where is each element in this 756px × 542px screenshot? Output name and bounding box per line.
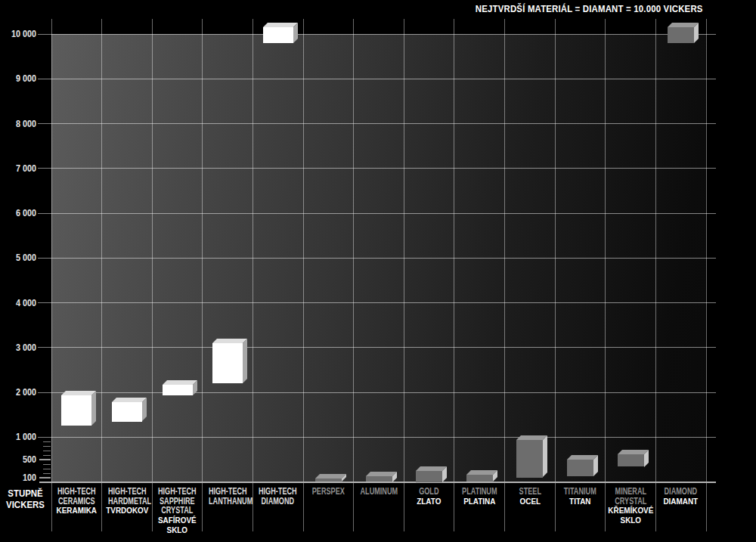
category-name-line: CRYSTAL [612, 497, 650, 506]
category-label-high-tech-sapphire-crystal: HIGH-TECHSAPPHIRECRYSTALSAFÍROVÉSKLO [152, 487, 203, 535]
bar-diamond [668, 23, 699, 43]
bar-high-tech-diamond [263, 23, 298, 43]
major-gridline [38, 79, 716, 79]
category-label-gold: GOLDZLATO [404, 487, 454, 506]
bar-gold [416, 466, 447, 482]
y-axis-tick-label: 7 000 [8, 163, 36, 175]
major-gridline [38, 302, 716, 303]
bar-high-tech-sapphire-crystal [163, 380, 197, 395]
major-gridline [38, 123, 716, 124]
column-gridline [253, 19, 253, 531]
y-axis-minor-tick [43, 451, 51, 451]
bar-mineral-crystal [618, 450, 649, 467]
category-label-high-tech-diamond: HIGH-TECHDIAMOND [253, 487, 303, 506]
column-gridline [353, 19, 354, 531]
y-axis-tick [39, 459, 51, 460]
y-axis-tick-label: 5 000 [8, 252, 36, 264]
category-name-line: PERSPEX [309, 487, 348, 497]
y-axis-tick-label: 1 000 [8, 431, 36, 443]
category-translation-line: TITAN [557, 497, 603, 506]
bar-front-face [466, 475, 493, 482]
column-gridline [454, 19, 454, 531]
major-gridline [38, 213, 716, 214]
category-translation-line: DIAMANT [658, 497, 704, 506]
category-label-high-tech-lanthanum: HIGH-TECHLANTHANUM [203, 487, 253, 506]
category-translation-line: SKLO [155, 525, 200, 535]
y-axis-tick-label: 8 000 [8, 118, 36, 130]
bar-front-face [212, 343, 243, 383]
category-label-diamond: DIAMONDDIAMANT [655, 487, 706, 506]
category-name-line: CRYSTAL [158, 506, 197, 516]
y-axis-minor-tick [43, 473, 51, 474]
category-translation-line: SKLO [608, 516, 653, 525]
bar-right-face [593, 455, 598, 476]
y-axis-title: STUPNĚ VICKERS [3, 488, 48, 510]
column-gridline [101, 19, 102, 531]
category-name-line: LANTHANUM [209, 497, 247, 506]
bar-high-tech-ceramics [61, 391, 96, 426]
category-name-line: HARDMETAL [108, 497, 147, 506]
y-axis-tick-label: 100 [8, 472, 36, 484]
bar-right-face [243, 339, 247, 383]
column-gridline [51, 19, 52, 531]
y-axis-minor-tick [43, 441, 51, 442]
bar-right-face [694, 23, 699, 43]
bar-front-face [366, 476, 392, 482]
category-translation-line: TVRDOKOV [104, 506, 150, 516]
bar-top-face [163, 380, 197, 385]
category-translation-line: ZLATO [407, 497, 452, 506]
bar-right-face [543, 435, 547, 477]
column-gridline [706, 19, 707, 531]
bar-front-face [416, 471, 442, 482]
category-label-high-tech-hardmetal: HIGH-TECHHARDMETALTVRDOKOV [102, 487, 153, 516]
y-axis-tick-label: 9 000 [8, 73, 36, 85]
y-axis-tick [39, 477, 51, 479]
bar-front-face [315, 479, 342, 482]
bar-front-face [516, 440, 543, 477]
category-name-line: CERAMICS [57, 497, 96, 506]
bar-aluminum [366, 472, 397, 482]
y-axis-tick-label: 4 000 [8, 297, 36, 309]
bar-platinum [466, 470, 497, 482]
category-label-high-tech-ceramics: HIGH-TECHCERAMICSKERAMIKA [51, 487, 102, 516]
bar-front-face [112, 402, 142, 421]
bar-front-face [61, 395, 91, 426]
category-translation-line: PLATINA [457, 497, 502, 506]
major-gridline [38, 437, 716, 438]
category-name-line: STEEL [511, 487, 550, 497]
category-translation-line: KERAMIKA [54, 506, 99, 516]
column-gridline [202, 19, 203, 531]
bar-right-face [91, 391, 96, 426]
y-axis-minor-tick [43, 469, 51, 469]
bar-perspex [315, 474, 346, 482]
major-gridline [38, 34, 716, 35]
bar-front-face [618, 454, 644, 467]
bar-titanium [567, 455, 598, 476]
bar-front-face [163, 385, 193, 395]
bar-top-face [263, 23, 298, 27]
major-gridline [38, 168, 716, 169]
bar-front-face [567, 460, 593, 476]
category-name-line: DIAMOND [662, 487, 700, 497]
column-gridline [605, 19, 606, 531]
category-translation-line: OCEL [507, 497, 553, 506]
bar-front-face [263, 27, 293, 43]
category-name-line: GOLD [410, 487, 448, 497]
y-axis-minor-tick [43, 455, 51, 456]
y-axis-tick-label: 500 [8, 454, 36, 466]
category-name-line: ALUMINUM [360, 487, 398, 497]
bar-right-face [142, 398, 147, 421]
y-axis-minor-tick [43, 446, 51, 447]
bar-front-face [668, 27, 694, 43]
y-axis-tick-label: 10 000 [8, 28, 36, 40]
category-name-line: TITANIUM [561, 487, 600, 497]
category-label-perspex: PERSPEX [303, 487, 354, 497]
y-axis-title-line-1: STUPNĚ [3, 488, 48, 500]
y-axis-tick-label: 3 000 [8, 342, 36, 354]
bar-top-face [366, 472, 397, 476]
category-name-line: PLATINUM [460, 487, 499, 497]
y-axis-tick-label: 2 000 [8, 386, 36, 398]
category-name-line: DIAMOND [259, 497, 297, 506]
column-gridline [655, 19, 656, 531]
bar-right-face [293, 23, 298, 43]
